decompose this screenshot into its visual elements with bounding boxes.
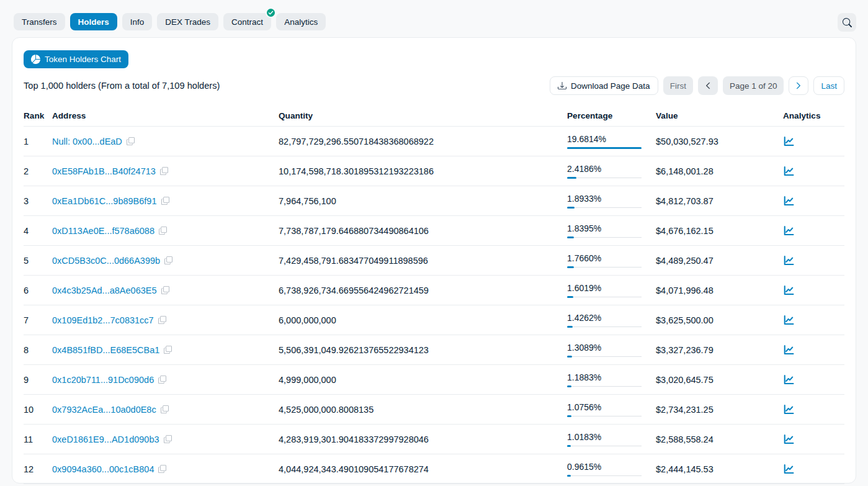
percentage-bar-track — [567, 416, 642, 416]
tab-contract[interactable]: Contract — [223, 13, 271, 30]
last-page-button[interactable]: Last — [813, 76, 844, 95]
line-chart-icon — [783, 344, 795, 356]
tab-analytics-label: Analytics — [284, 17, 318, 27]
page-indicator-label: Page 1 of 20 — [730, 81, 777, 91]
analytics-chart-button[interactable] — [783, 403, 795, 415]
rank-cell: 3 — [24, 196, 52, 206]
analytics-chart-button[interactable] — [783, 433, 795, 445]
line-chart-icon — [783, 165, 795, 177]
analytics-chart-button[interactable] — [783, 374, 795, 385]
analytics-cell — [783, 195, 844, 207]
download-icon — [558, 81, 566, 90]
percentage-value: 19.6814% — [567, 134, 642, 144]
rank-cell: 9 — [24, 375, 52, 385]
quantity-cell: 4,283,919,301.904183372997928046 — [279, 434, 567, 444]
copy-address-button[interactable] — [164, 346, 172, 354]
percentage-bar — [567, 445, 642, 447]
percentage-cell: 0.9615% — [567, 462, 642, 477]
percentage-bar-fill — [567, 385, 571, 387]
address-link[interactable]: 0xE58FAb1B...B40f24713 — [52, 166, 156, 176]
analytics-cell — [783, 433, 844, 445]
analytics-cell — [783, 374, 844, 385]
analytics-cell — [783, 284, 844, 296]
analytics-chart-button[interactable] — [783, 344, 795, 356]
address-link[interactable]: 0xeD1861E9...AD1d090b3 — [52, 434, 159, 444]
line-chart-icon — [783, 314, 795, 326]
tab-holders[interactable]: Holders — [70, 13, 117, 30]
address-link[interactable]: 0x7932AcEa...10a0d0E8c — [52, 405, 156, 415]
analytics-chart-button[interactable] — [783, 135, 795, 147]
holders-table-body: 1 Null: 0x00...dEaD 82,797,729,296.55071… — [24, 127, 844, 484]
rank-cell: 8 — [24, 345, 52, 355]
analytics-chart-button[interactable] — [783, 165, 795, 177]
table-row: 5 0xCD5B3c0C...0d66A399b 7,429,458,791.6… — [24, 246, 844, 276]
copy-address-button[interactable] — [159, 227, 167, 235]
analytics-chart-button[interactable] — [783, 463, 795, 475]
tab-analytics[interactable]: Analytics — [276, 13, 326, 30]
analytics-chart-button[interactable] — [783, 195, 795, 207]
search-button[interactable] — [838, 13, 856, 32]
line-chart-icon — [783, 284, 795, 296]
tab-info[interactable]: Info — [122, 13, 153, 30]
copy-address-button[interactable] — [161, 197, 169, 205]
address-link[interactable]: 0x109Ed1b2...7c0831cc7 — [52, 315, 154, 325]
copy-address-button[interactable] — [158, 465, 166, 473]
percentage-bar-track — [567, 267, 642, 268]
token-holders-chart-button[interactable]: Token Holders Chart — [24, 50, 128, 68]
address-link[interactable]: 0x4B851fBD...E68E5CBa1 — [52, 345, 159, 355]
copy-address-button[interactable] — [160, 167, 168, 175]
percentage-value: 1.8933% — [567, 194, 642, 204]
analytics-chart-button[interactable] — [783, 254, 795, 266]
value-cell: $4,071,996.48 — [656, 286, 783, 295]
tab-transfers[interactable]: Transfers — [14, 13, 65, 30]
header-value: Value — [656, 111, 783, 120]
copy-icon — [164, 346, 172, 354]
percentage-bar-fill — [567, 326, 573, 328]
next-page-button[interactable] — [789, 76, 808, 95]
line-chart-icon — [783, 135, 795, 147]
address-link[interactable]: 0x9094a360...00c1cB804 — [52, 464, 154, 474]
copy-address-button[interactable] — [164, 256, 172, 264]
tab-transfers-label: Transfers — [22, 17, 57, 27]
copy-address-button[interactable] — [161, 405, 169, 413]
table-row: 4 0xD113Ae0E...f578a6088 7,738,787,179.6… — [24, 216, 844, 246]
tab-dex-trades[interactable]: DEX Trades — [157, 13, 218, 30]
copy-icon — [158, 465, 166, 473]
address-cell: 0x109Ed1b2...7c0831cc7 — [52, 315, 279, 325]
copy-address-button[interactable] — [164, 435, 172, 443]
first-page-button[interactable]: First — [663, 76, 693, 95]
address-link[interactable]: 0xD113Ae0E...f578a6088 — [52, 226, 154, 236]
copy-address-button[interactable] — [158, 316, 166, 324]
line-chart-icon — [783, 254, 795, 266]
address-link[interactable]: 0xEa1Db61C...9b89B6f91 — [52, 196, 157, 206]
address-link[interactable]: 0x4c3b25Ad...a8Ae063E5 — [52, 286, 157, 295]
address-link[interactable]: 0x1c20b711...91Dc090d6 — [52, 375, 154, 385]
analytics-chart-button[interactable] — [783, 284, 795, 296]
analytics-cell — [783, 135, 844, 147]
address-link[interactable]: Null: 0x00...dEaD — [52, 137, 122, 146]
percentage-bar-track — [567, 207, 642, 208]
table-row: 11 0xeD1861E9...AD1d090b3 4,283,919,301.… — [24, 425, 844, 454]
percentage-bar-fill — [567, 147, 642, 149]
table-row: 3 0xEa1Db61C...9b89B6f91 7,964,756,100 1… — [24, 186, 844, 216]
copy-address-button[interactable] — [161, 286, 169, 294]
analytics-cell — [783, 344, 844, 356]
analytics-chart-button[interactable] — [783, 225, 795, 236]
address-link[interactable]: 0xCD5B3c0C...0d66A399b — [52, 256, 160, 266]
copy-icon — [161, 197, 169, 205]
line-chart-icon — [783, 433, 795, 445]
copy-address-button[interactable] — [127, 137, 135, 145]
percentage-value: 1.4262% — [567, 313, 642, 323]
copy-address-button[interactable] — [158, 376, 166, 384]
percentage-value: 1.0183% — [567, 432, 642, 442]
analytics-chart-button[interactable] — [783, 314, 795, 326]
download-page-data-button[interactable]: Download Page Data — [550, 76, 658, 95]
previous-page-button[interactable] — [698, 76, 718, 95]
percentage-bar — [567, 385, 642, 387]
tab-bar: Transfers Holders Info DEX Trades Contra… — [14, 13, 326, 30]
line-chart-icon — [783, 403, 795, 415]
quantity-cell: 10,174,598,718.301895312193223186 — [279, 166, 567, 176]
percentage-bar — [567, 177, 642, 179]
percentage-bar-track — [567, 475, 642, 476]
page-indicator: Page 1 of 20 — [723, 76, 784, 95]
